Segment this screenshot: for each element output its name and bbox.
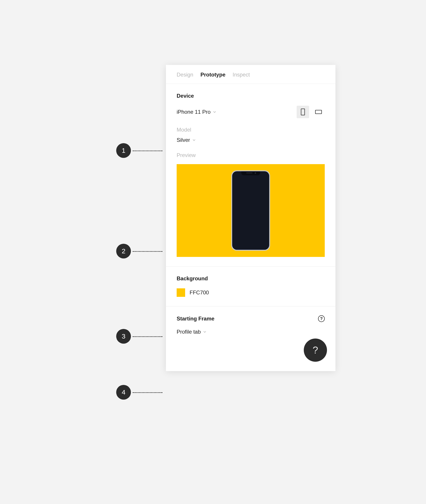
phone-frame	[231, 170, 270, 251]
tab-design[interactable]: Design	[177, 71, 193, 78]
background-section-title: Background	[177, 275, 325, 282]
orientation-toggle	[297, 106, 325, 118]
dotted-line-3	[133, 336, 162, 337]
dotted-line-1	[133, 150, 162, 151]
orientation-landscape-button[interactable]	[312, 106, 325, 118]
starting-frame-dropdown[interactable]: Profile tab	[177, 329, 206, 335]
background-color-hex[interactable]: FFC700	[190, 290, 209, 296]
help-icon[interactable]: ?	[318, 315, 325, 322]
chevron-down-icon	[213, 110, 216, 114]
phone-notch	[241, 171, 260, 175]
device-preview	[177, 164, 325, 257]
chevron-down-icon	[203, 330, 206, 334]
portrait-icon	[301, 109, 305, 115]
device-section: Device iPhone 11 Pro Model Silver	[166, 84, 335, 267]
tab-prototype[interactable]: Prototype	[200, 71, 226, 78]
device-selector-row: iPhone 11 Pro	[177, 106, 325, 118]
model-dropdown-label: Silver	[177, 137, 190, 143]
prototype-panel: Design Prototype Inspect Device iPhone 1…	[166, 65, 335, 371]
callout-4: 4	[116, 385, 131, 400]
device-dropdown[interactable]: iPhone 11 Pro	[177, 109, 216, 115]
preview-label: Preview	[177, 152, 325, 158]
callout-3: 3	[116, 329, 131, 344]
device-section-title: Device	[177, 93, 325, 99]
model-dropdown[interactable]: Silver	[177, 137, 196, 143]
tab-inspect[interactable]: Inspect	[233, 71, 250, 78]
device-dropdown-label: iPhone 11 Pro	[177, 109, 211, 115]
starting-frame-title: Starting Frame	[177, 316, 214, 322]
background-color-swatch[interactable]	[177, 288, 185, 297]
panel-tabs: Design Prototype Inspect	[166, 65, 335, 84]
background-color-row: FFC700	[177, 288, 325, 297]
orientation-portrait-button[interactable]	[297, 106, 309, 118]
stage: 1 2 3 4 Design Prototype Inspect Device …	[0, 0, 426, 504]
phone-screen	[232, 171, 269, 250]
model-label: Model	[177, 127, 325, 133]
help-fab[interactable]: ?	[304, 339, 327, 362]
chevron-down-icon	[192, 138, 196, 142]
callout-2: 2	[116, 244, 131, 258]
callout-1: 1	[116, 143, 131, 158]
dotted-line-2	[133, 251, 162, 252]
starting-frame-dropdown-label: Profile tab	[177, 329, 201, 335]
dotted-line-4	[133, 392, 162, 393]
landscape-icon	[315, 110, 322, 114]
background-section: Background FFC700	[166, 267, 335, 306]
starting-frame-section: Starting Frame ? Profile tab ?	[166, 306, 335, 371]
